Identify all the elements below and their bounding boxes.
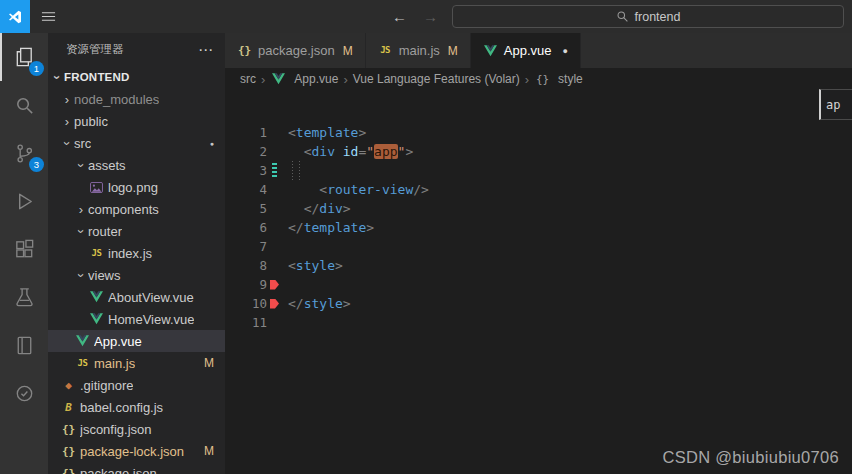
breadcrumb: src›App.vue›Vue Language Features (Volar… (225, 68, 852, 90)
line-number: 2 (225, 142, 267, 161)
tree-item-babel.config.js[interactable]: Bbabel.config.js (48, 396, 225, 418)
source-control-badge: 3 (29, 157, 44, 172)
tree-item-assets[interactable]: ›assets (48, 154, 225, 176)
back-arrow[interactable]: ← (392, 8, 407, 25)
root-folder-header[interactable]: › FRONTEND (48, 66, 225, 88)
chevron-right-icon: › (74, 203, 88, 216)
vue-icon (270, 73, 287, 85)
code-line[interactable]: 11 (225, 313, 852, 332)
line-number: 8 (225, 256, 267, 275)
tree-item-logo.png[interactable]: logo.png (48, 176, 225, 198)
file-label: node_modules (74, 92, 159, 107)
search-button[interactable] (0, 81, 48, 129)
file-label: assets (88, 158, 126, 173)
code-token: template (304, 220, 367, 235)
code-token: </ (288, 296, 304, 311)
tree-item-package-lock.json[interactable]: {}package-lock.jsonM (48, 440, 225, 462)
image-icon (88, 182, 105, 193)
vue-icon (88, 291, 105, 303)
tree-item-.gitignore[interactable]: ◆.gitignore (48, 374, 225, 396)
tab-label: main.js (399, 43, 440, 58)
gutter-spacer (267, 199, 282, 218)
red-marker (267, 275, 282, 294)
code-line[interactable]: 5 </div> (225, 199, 852, 218)
tree-item-HomeView.vue[interactable]: HomeView.vue (48, 308, 225, 330)
braces-icon: {} (60, 424, 77, 435)
tree-item-src[interactable]: ›src● (48, 132, 225, 154)
extensions-button[interactable] (0, 225, 48, 273)
breadcrumb-item-src[interactable]: src (240, 72, 256, 86)
more-actions-icon[interactable]: ⋯ (198, 41, 213, 59)
forward-arrow[interactable]: → (423, 8, 438, 25)
tab-main.js[interactable]: JSmain.jsM (366, 33, 471, 68)
run-debug-button[interactable] (0, 177, 48, 225)
chevron-right-icon: › (60, 115, 74, 128)
code-text: <div id="app"> (288, 142, 413, 161)
code-line[interactable]: 6</template> (225, 218, 852, 237)
breadcrumb-item-Vue Language Features (Volar)[interactable]: Vue Language Features (Volar) (353, 72, 520, 86)
code-token: </ (288, 220, 304, 235)
notebook-icon (13, 334, 36, 357)
tree-item-router[interactable]: ›router (48, 220, 225, 242)
code-line[interactable]: 2 <div id="app"> (225, 142, 852, 161)
tree-item-public[interactable]: ›public (48, 110, 225, 132)
code-token (288, 201, 304, 216)
tree-item-App.vue[interactable]: App.vue (48, 330, 225, 352)
code-line[interactable]: 4 <router-view/> (225, 180, 852, 199)
code-editor[interactable]: 1<template>2 <div id="app">34 <router-vi… (225, 90, 852, 474)
overlay-text: ap (826, 98, 840, 112)
tree-item-node_modules[interactable]: ›node_modules (48, 88, 225, 110)
code-line[interactable]: 8<style> (225, 256, 852, 275)
chevron-right-icon: › (343, 72, 347, 87)
code-line[interactable]: 3 (225, 161, 852, 180)
tree-item-jsconfig.json[interactable]: {}jsconfig.json (48, 418, 225, 440)
source-control-button[interactable]: 3 (0, 129, 48, 177)
code-line[interactable]: 10</style> (225, 294, 852, 313)
breadcrumb-item-App.vue[interactable]: App.vue (270, 72, 338, 86)
code-token: > (358, 125, 366, 140)
notebook-button[interactable] (0, 321, 48, 369)
explorer-button[interactable]: 1 (0, 33, 48, 81)
chevron-right-icon: › (261, 72, 265, 87)
tree-item-components[interactable]: ›components (48, 198, 225, 220)
watermark: CSDN @biubiubiu0706 (662, 448, 839, 467)
root-folder-label: FRONTEND (64, 71, 130, 83)
code-text: <template> (288, 123, 366, 142)
code-line[interactable]: 1<template> (225, 123, 852, 142)
js-icon: JS (74, 359, 91, 368)
gutter-spacer (267, 256, 282, 275)
nav-arrows: ← → (392, 8, 438, 25)
check-circle-button[interactable] (0, 369, 48, 417)
tree-item-index.js[interactable]: JSindex.js (48, 242, 225, 264)
search-box[interactable]: frontend (452, 5, 844, 28)
breadcrumb-label: style (558, 72, 583, 86)
line-number: 3 (225, 161, 267, 180)
code-token: </ (304, 201, 320, 216)
tree-item-AboutView.vue[interactable]: AboutView.vue (48, 286, 225, 308)
tree-item-views[interactable]: ›views (48, 264, 225, 286)
git-status-badge: M (204, 444, 214, 458)
modified-badge: M (448, 44, 458, 58)
file-label: jsconfig.json (80, 422, 152, 437)
tab-App.vue[interactable]: App.vue● (471, 33, 581, 68)
tab-package.json[interactable]: {}package.jsonM (225, 33, 366, 68)
code-line[interactable]: 7 (225, 237, 852, 256)
testing-icon (13, 286, 36, 309)
modified-marker (267, 161, 282, 180)
code-line[interactable]: 9 (225, 275, 852, 294)
testing-button[interactable] (0, 273, 48, 321)
code-text: </div> (288, 199, 351, 218)
file-label: src (74, 136, 91, 151)
chevron-down-icon: › (75, 224, 88, 238)
tree-item-main.js[interactable]: JSmain.jsM (48, 352, 225, 374)
breadcrumb-label: Vue Language Features (Volar) (353, 72, 520, 86)
overlay-widget[interactable]: ap (819, 89, 852, 120)
menu-icon[interactable] (30, 0, 66, 33)
tree-item-package.json[interactable]: {}package.json (48, 462, 225, 474)
breadcrumb-item-style[interactable]: {}style (534, 72, 583, 86)
search-icon (616, 10, 629, 23)
modified-badge: M (343, 44, 353, 58)
code-token: router-view (327, 182, 413, 197)
dirty-dot[interactable]: ● (563, 46, 568, 56)
code-text: </style> (288, 294, 351, 313)
